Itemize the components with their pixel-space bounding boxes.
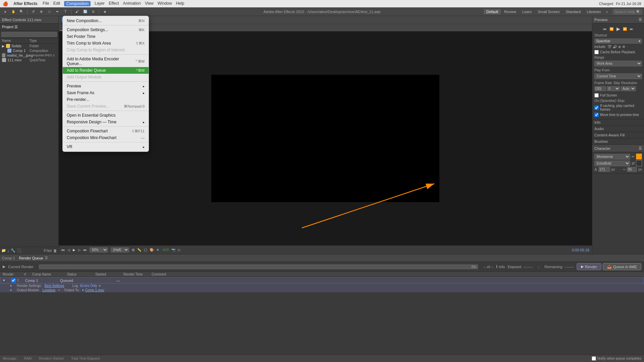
text-tool[interactable]: T <box>62 8 69 15</box>
output-add-icon[interactable]: + <box>58 288 60 292</box>
menu-set-poster[interactable]: Set Poster Time <box>63 33 149 40</box>
include-settings-icon[interactable]: ⚙ <box>622 45 625 49</box>
preview-play-btn[interactable]: ▶ <box>615 26 621 32</box>
menu-animation[interactable]: Animation <box>123 1 141 6</box>
workspace-tab-smallscreen[interactable]: Small Screen <box>535 9 562 14</box>
eraser-tool[interactable]: ⊘ <box>90 8 97 15</box>
workspace-tab-review[interactable]: Review <box>501 9 519 14</box>
tab-render-queue[interactable]: Render Queue ☰ <box>19 256 48 260</box>
queue-ame-button[interactable]: 📤 Queue in AME <box>603 263 641 270</box>
render-button[interactable]: ▶ Render <box>577 263 601 270</box>
weight-select[interactable]: ExtraBold <box>594 161 630 166</box>
cache-checkbox[interactable] <box>594 50 599 54</box>
menu-trim-comp[interactable]: Trim Comp to Work Area ⇧⌘X <box>63 40 149 47</box>
audio-section-label[interactable]: Audio <box>592 126 644 132</box>
settings-expand-icon[interactable]: ▾ <box>10 284 15 288</box>
menu-preview[interactable]: Preview ▸ <box>63 83 149 89</box>
fullscreen-checkbox[interactable] <box>594 93 599 98</box>
menu-file[interactable]: File <box>43 1 49 6</box>
project-item-jpeg[interactable]: realist_he_.jpeg ImporterJPEG 2 <box>0 53 58 58</box>
project-trash-icon[interactable]: 🗑 <box>53 249 57 253</box>
preview-fwd-btn[interactable]: ⏩ <box>622 26 628 32</box>
clone-tool[interactable]: 🔄 <box>82 8 89 15</box>
include-video-icon[interactable]: 🎬 <box>607 45 611 49</box>
stroke-swatch[interactable] <box>636 160 642 166</box>
row-enable-checkbox[interactable] <box>11 278 16 283</box>
info-section-label[interactable]: Info <box>592 119 644 125</box>
info-button[interactable]: ℹ Info <box>496 264 505 269</box>
menu-comp-flowchart[interactable]: Composition Flowchart ⇧⌘F11 <box>63 128 149 134</box>
resolution-select[interactable]: (Half)(Full)(Quarter) <box>111 247 129 252</box>
zoom-select[interactable]: 50%100%25% <box>90 247 108 252</box>
workspace-overflow[interactable]: » <box>604 9 609 14</box>
preview-menu-icon[interactable]: ☰ <box>639 17 642 22</box>
menu-composition[interactable]: Composition <box>64 1 91 6</box>
viewer-icon-last[interactable]: ⏭ <box>84 248 87 252</box>
content-aware-label[interactable]: Content-Aware Fill <box>592 132 644 138</box>
preview-last-btn[interactable]: ⏭ <box>629 26 634 32</box>
brushes-label[interactable]: Brushes <box>592 138 644 144</box>
include-overflow-icon[interactable]: ⊕ <box>618 45 621 49</box>
workspace-tab-libraries[interactable]: Libraries <box>584 9 603 14</box>
project-interpret-icon[interactable]: 🔧 <box>11 248 15 253</box>
menu-comp-settings[interactable]: Composition Settings... ⌘K <box>63 26 149 33</box>
viewer-camera-icon[interactable]: 📷 <box>171 248 175 252</box>
weight-swap-icon[interactable]: ⇄ <box>632 161 635 166</box>
project-import-icon[interactable]: ↓ <box>7 249 9 253</box>
menu-mini-flowchart[interactable]: Composition Mini-Flowchart — <box>63 134 149 141</box>
log-dropdown-icon[interactable]: ▾ <box>99 284 101 288</box>
preview-first-btn[interactable]: ⏮ <box>602 26 607 32</box>
project-item-solids[interactable]: ▶ Solids Folder <box>0 44 58 48</box>
select-tool[interactable]: ▸ <box>2 8 9 15</box>
viewer-icon-fwd[interactable]: ▷ <box>78 248 81 252</box>
project-search-input[interactable] <box>1 32 57 37</box>
play-from-select[interactable]: Current Time <box>594 73 642 79</box>
preview-back-btn[interactable]: ⏪ <box>609 26 614 32</box>
tab-comp1[interactable]: Comp 1 <box>2 256 15 260</box>
output-module-value[interactable]: Lossless <box>42 288 55 292</box>
hand-tool[interactable]: ✋ <box>10 8 17 15</box>
viewer-grid-icon[interactable]: ⊞ <box>132 248 135 252</box>
zoom-tool[interactable]: 🔍 <box>18 8 25 15</box>
menu-view[interactable]: View <box>145 1 154 6</box>
render-queue-menu-icon[interactable]: ☰ <box>45 256 48 260</box>
move-time-checkbox[interactable] <box>594 113 599 117</box>
viewer-channel-icon[interactable]: 🎨 <box>150 248 154 252</box>
row-expand-icon[interactable]: ▾ <box>3 278 10 283</box>
rotate-tool[interactable]: ↺ <box>30 8 37 15</box>
shortcut-display[interactable]: Spacebar ▾ <box>594 39 642 44</box>
viewer-safe-icon[interactable]: ▢ <box>144 248 147 252</box>
project-tab[interactable]: Project ☰ <box>2 25 18 29</box>
viewer-icon-play[interactable]: ▶ <box>73 248 75 252</box>
anchor-tool[interactable]: ⊕ <box>38 8 45 15</box>
workspace-tab-default[interactable]: Default <box>484 9 501 14</box>
character-menu-icon[interactable]: ☰ <box>639 146 642 150</box>
viewer-icon-back[interactable]: ◁ <box>67 248 70 252</box>
notify-checkbox[interactable] <box>592 356 596 361</box>
project-new-icon[interactable]: 📁 <box>1 248 6 253</box>
paint-tool[interactable]: 🖌 <box>74 8 80 15</box>
menu-save-frame[interactable]: Save Frame As ▸ <box>63 89 149 96</box>
caching-checkbox[interactable] <box>594 106 599 110</box>
range-select[interactable]: Work Area <box>594 61 642 66</box>
menu-responsive-design[interactable]: Responsive Design — Time ▸ <box>63 119 149 125</box>
expand-icon[interactable]: ▶ <box>3 264 5 269</box>
workspace-tab-learn[interactable]: Learn <box>520 9 534 14</box>
tracking-input[interactable] <box>627 167 637 172</box>
menu-add-render-queue[interactable]: Add to Render Queue ^⌘M <box>63 67 149 74</box>
project-solid-icon[interactable]: ⬛ <box>17 248 21 253</box>
menu-prerender[interactable]: Pre-render... <box>63 96 149 103</box>
menu-help[interactable]: Help <box>176 1 184 6</box>
skip-select[interactable]: 012 <box>607 86 620 91</box>
menu-vr[interactable]: VR ▸ <box>63 143 149 150</box>
apple-menu[interactable]: 🍎 <box>3 1 8 6</box>
menu-layer[interactable]: Layer <box>95 1 105 6</box>
effects-controls-tab[interactable]: Effect Controls 111.mov <box>2 18 41 22</box>
font-pen-icon[interactable]: ✏ <box>632 155 635 159</box>
font-size-input[interactable] <box>598 167 610 172</box>
menu-new-composition[interactable]: New Composition... ⌘N <box>63 17 149 24</box>
menu-add-encoder[interactable]: Add to Adobe Media Encoder Queue... ⌃⌘M <box>63 56 149 67</box>
viewer-icon-first[interactable]: ⏮ <box>61 248 65 252</box>
project-item-mov[interactable]: 111.mov QuickTime <box>0 58 58 62</box>
menu-edit[interactable]: Edit <box>53 1 60 6</box>
